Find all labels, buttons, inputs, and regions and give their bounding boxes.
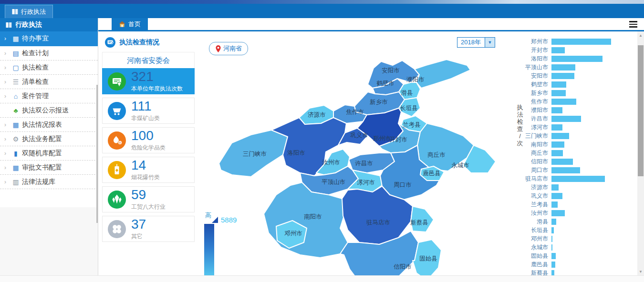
stat-value: 321 [131, 69, 154, 84]
bar [551, 201, 558, 208]
scroll-up-icon[interactable]: ▲ [637, 33, 644, 38]
sidebar-item-执法情况报表[interactable]: ›▦执法情况报表 [0, 118, 98, 132]
map-region-三门峡市[interactable] [219, 130, 288, 177]
firecracker-icon [108, 161, 126, 179]
stat-card-烟花爆竹类[interactable]: 14烟花爆竹类 [102, 157, 195, 183]
sidebar: 行政执法 ›▦待办事宜›▤检查计划›▢执法检查›☰清单检查›⌂案件管理♣执法双公… [0, 18, 98, 282]
main-content: 执法检查情况 河南省安委会 321本单位年度执法次数111非煤矿山类危100危险… [98, 31, 644, 282]
bar [551, 262, 555, 268]
house-icon: ⌂ [10, 92, 21, 100]
bar [551, 107, 562, 113]
grid-icon: ▦ [10, 35, 21, 42]
mine-cart-icon [108, 102, 126, 120]
scrollbar-thumb[interactable] [638, 45, 644, 176]
bar [551, 193, 562, 199]
certificate-icon [108, 72, 126, 91]
sidebar-scrollbar[interactable] [96, 85, 98, 223]
year-select[interactable]: 2018年 ▼ [457, 37, 495, 48]
sidebar-item-审批文书配置[interactable]: ›▦审批文书配置 [0, 161, 98, 175]
sidebar-item-清单检查[interactable]: ›☰清单检查 [0, 75, 98, 89]
bar-category-label: 长垣县 [516, 226, 548, 234]
report-table-icon: ▦ [10, 121, 21, 129]
stat-label: 危险化学品类 [131, 144, 166, 152]
window-icon: ▢ [10, 64, 21, 71]
stat-label: 烟花爆竹类 [131, 173, 160, 181]
stat-value: 111 [131, 99, 152, 114]
stat-card-非煤矿山类[interactable]: 111非煤矿山类 [102, 98, 195, 124]
gear-icon: ⚙ [10, 135, 21, 143]
vertical-scrollbar[interactable]: ▲ ▼ [637, 31, 644, 276]
sidebar-item-待办事宜[interactable]: ›▦待办事宜 [0, 31, 98, 46]
puzzle-icon: ♣ [10, 107, 21, 114]
sidebar-item-执法检查[interactable]: ›▢执法检查 [0, 60, 98, 75]
map-region-濮阳市[interactable] [415, 60, 470, 88]
bar [551, 176, 605, 182]
sidebar-item-案件管理[interactable]: ›⌂案件管理 [0, 89, 98, 103]
bar [551, 244, 552, 251]
bar [551, 99, 576, 105]
bar-category-label: 周口市 [516, 166, 548, 174]
sidebar-item-label: 执法双公示报送 [22, 106, 69, 115]
bar [551, 150, 563, 156]
province-button-label: 河南省 [223, 44, 242, 53]
sidebar-item-label: 清单检查 [22, 78, 49, 86]
map-region-新蔡县[interactable] [411, 206, 434, 232]
list-icon: ☰ [10, 78, 21, 86]
bar-category-label: 平顶山市 [516, 63, 548, 71]
legend-max-value: 5889 [221, 216, 237, 224]
sidebar-item-label: 法律法规库 [22, 178, 55, 186]
bar-row-开封市: 开封市 [516, 46, 640, 54]
bottom-strip [0, 275, 644, 282]
bar-row-驻马店市: 驻马店市 [516, 174, 640, 183]
chevron-right-icon: › [0, 35, 10, 42]
bar-row-三门峡市: 三门峡市 [516, 131, 640, 140]
bar-row-长垣县: 长垣县 [516, 226, 640, 234]
hazard-chemical-icon: 危 [108, 131, 126, 150]
stat-card-本单位年度执法次数[interactable]: 321本单位年度执法次数 [102, 68, 195, 94]
bar [551, 236, 552, 242]
bar [551, 167, 580, 173]
bar [551, 133, 569, 139]
stat-card-工贸八大行业[interactable]: 59工贸八大行业 [102, 186, 195, 212]
bar [551, 47, 565, 53]
sidebar-item-执法业务配置[interactable]: ›⚙执法业务配置 [0, 132, 98, 146]
database-icon: ▥ [10, 178, 21, 186]
bar [551, 227, 554, 233]
crystal-icon [108, 191, 126, 209]
chevron-right-icon: › [0, 164, 10, 171]
map-region-南阳市[interactable] [264, 182, 348, 258]
stat-value: 100 [131, 128, 154, 143]
scroll-down-icon[interactable]: ▼ [637, 270, 644, 274]
year-select-value: 2018年 [457, 38, 485, 47]
sidebar-header: 行政执法 [0, 18, 98, 31]
bar-row-郑州市: 郑州市 [516, 37, 640, 46]
tab-xingzheng-zhifa[interactable]: 行政执法 [5, 5, 53, 18]
stat-card-危险化学品类[interactable]: 危100危险化学品类 [102, 127, 195, 153]
sidebar-item-执法双公示报送[interactable]: ♣执法双公示报送 [0, 103, 98, 118]
bar-category-label: 滑县 [516, 218, 548, 226]
bar [551, 90, 566, 96]
chevron-right-icon: › [0, 93, 10, 100]
chevron-right-icon: › [0, 79, 10, 85]
panel-title: 执法检查情况 [119, 38, 159, 47]
bar-category-label: 固始县 [516, 252, 548, 260]
sidebar-item-双随机库配置[interactable]: ›▮双随机库配置 [0, 146, 98, 161]
bar-row-邓州市: 邓州市 [516, 234, 640, 243]
stat-label: 其它 [131, 232, 143, 241]
bar [551, 73, 574, 79]
book-icon: ▮ [10, 150, 21, 157]
bar-category-label: 汝州市 [516, 209, 548, 217]
sidebar-item-检查计划[interactable]: ›▤检查计划 [0, 46, 98, 60]
bar-row-焦作市: 焦作市 [516, 97, 640, 106]
tab-home[interactable]: 首页 [112, 18, 148, 30]
dropdown-arrow-icon: ▼ [485, 38, 495, 47]
bar-row-汝州市: 汝州市 [516, 209, 640, 217]
bar-row-周口市: 周口市 [516, 166, 640, 174]
bar-category-label: 鹤壁市 [516, 81, 548, 89]
bar [551, 39, 611, 45]
province-button[interactable]: 河南省 [209, 42, 248, 55]
sidebar-item-法律法规库[interactable]: ›▥法律法规库 [0, 175, 98, 189]
chevron-right-icon: › [0, 121, 10, 128]
stat-card-其它[interactable]: 37其它 [102, 216, 195, 242]
hamburger-menu-icon[interactable] [629, 21, 637, 29]
